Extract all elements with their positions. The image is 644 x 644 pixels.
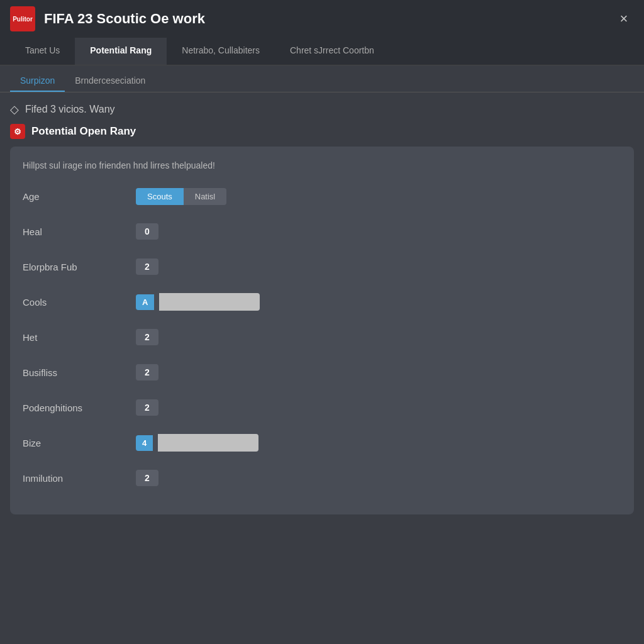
value-podenghition[interactable]: 2 [136, 399, 158, 416]
value-inmilution[interactable]: 2 [136, 470, 158, 486]
bize-slider-track[interactable] [158, 434, 258, 452]
form-row-inmilution: Inmilution 2 [23, 467, 621, 489]
cools-slider-value[interactable]: A [136, 294, 154, 310]
label-heal: Heal [23, 226, 136, 237]
content-area: ◇ Fifed 3 vicios. Wany ⚙ Potential Open … [0, 92, 644, 644]
label-age: Age [23, 191, 136, 202]
header-info-text: Fifed 3 vicios. Wany [25, 104, 115, 115]
sub-tab-surpizon[interactable]: Surpizon [10, 70, 65, 92]
main-tabs-bar: Tanet Us Potential Rang Netrabo, Cullabi… [0, 38, 644, 65]
label-cools: Cools [23, 297, 136, 308]
toggle-scouts[interactable]: Scouts [136, 188, 184, 205]
label-busifliss: Busifliss [23, 367, 136, 378]
app-title: FIFA 23 Scoutic Oe work [44, 11, 614, 27]
form-row-heal: Heal 0 [23, 220, 621, 243]
control-bize: 4 [136, 434, 258, 452]
control-busifliss: 2 [136, 364, 158, 380]
cools-slider-track[interactable] [159, 293, 260, 311]
sub-tab-broder[interactable]: Brnderceseciation [65, 70, 155, 92]
tab-chret[interactable]: Chret sJrrect Coortbn [275, 38, 389, 65]
gear-icon: ⚙ [10, 124, 25, 139]
panel-description: Hillpst sul irage ino frienden hnd lirre… [23, 159, 621, 172]
label-inmilution: Inmilution [23, 473, 136, 484]
toggle-natisl[interactable]: Natisl [184, 188, 227, 205]
form-row-bize: Bize 4 [23, 431, 621, 454]
control-age: Scouts Natisl [136, 188, 226, 205]
value-busifliss[interactable]: 2 [136, 364, 158, 380]
age-toggle-group: Scouts Natisl [136, 188, 226, 205]
control-heal: 0 [136, 223, 158, 240]
form-row-cools: Cools A [23, 291, 621, 313]
cools-slider-container: A [136, 293, 260, 311]
bize-slider-value[interactable]: 4 [136, 435, 153, 451]
main-window: Pulitor FIFA 23 Scoutic Oe work × Tanet … [0, 0, 644, 644]
section-header: ⚙ Potential Open Rany [10, 124, 634, 139]
form-row-elorpbra: Elorpbra Fub 2 [23, 255, 621, 278]
sub-tabs-bar: Surpizon Brnderceseciation [0, 65, 644, 92]
tab-netrabo[interactable]: Netrabo, Cullabiters [167, 38, 275, 65]
control-elorpbra: 2 [136, 258, 158, 275]
close-button[interactable]: × [614, 9, 634, 29]
control-inmilution: 2 [136, 470, 158, 486]
label-podenghition: Podenghitions [23, 402, 136, 413]
form-row-podenghition: Podenghitions 2 [23, 396, 621, 419]
title-bar: Pulitor FIFA 23 Scoutic Oe work × [0, 0, 644, 38]
settings-panel: Hillpst sul irage ino frienden hnd lirre… [10, 147, 634, 514]
form-row-het: Het 2 [23, 326, 621, 348]
app-logo: Pulitor [10, 6, 35, 31]
label-bize: Bize [23, 438, 136, 448]
form-row-age: Age Scouts Natisl [23, 185, 621, 208]
tab-tanet[interactable]: Tanet Us [10, 38, 75, 65]
label-elorpbra: Elorpbra Fub [23, 262, 136, 272]
section-title: Potential Open Rany [31, 125, 136, 138]
control-cools: A [136, 293, 260, 311]
label-het: Het [23, 332, 136, 343]
header-info: ◇ Fifed 3 vicios. Wany [10, 103, 634, 116]
value-het[interactable]: 2 [136, 329, 158, 345]
value-heal[interactable]: 0 [136, 223, 158, 240]
value-elorpbra[interactable]: 2 [136, 258, 158, 275]
control-podenghition: 2 [136, 399, 158, 416]
diamond-icon: ◇ [10, 103, 19, 116]
logo-text: Pulitor [13, 16, 33, 23]
control-het: 2 [136, 329, 158, 345]
bize-slider-container: 4 [136, 434, 258, 452]
form-row-busifliss: Busifliss 2 [23, 361, 621, 384]
tab-potential[interactable]: Potential Rang [75, 38, 167, 65]
